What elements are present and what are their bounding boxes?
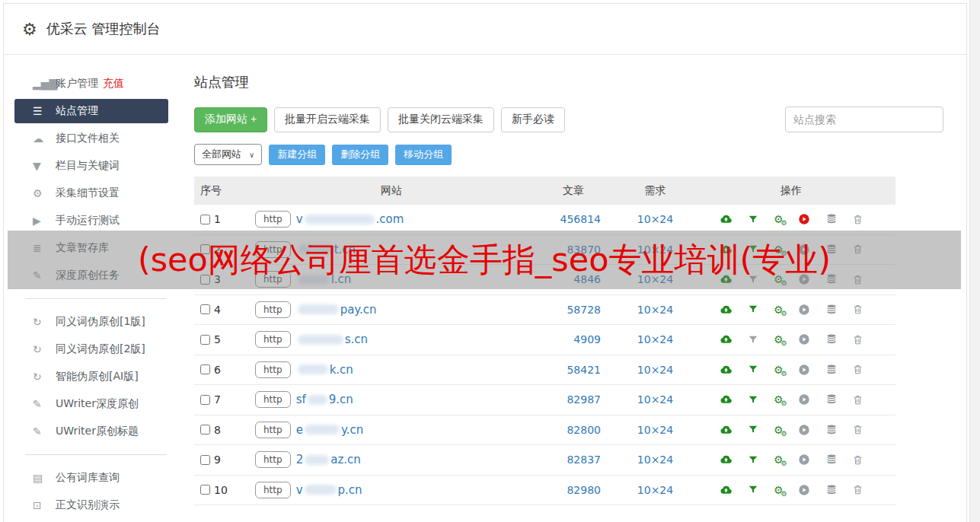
sidebar-item-keywords[interactable]: ▼栏目与关键词: [14, 152, 168, 180]
filter-icon[interactable]: [748, 334, 758, 345]
row-checkbox[interactable]: [200, 425, 210, 434]
row-checkbox[interactable]: [200, 364, 210, 374]
filter-icon[interactable]: [748, 454, 758, 466]
site-domain-link[interactable]: sf9.cn: [296, 393, 353, 406]
sidebar-item-manual-test[interactable]: ▶手动运行测试: [14, 207, 168, 234]
sidebar-item-sites[interactable]: ☰站点管理: [14, 99, 168, 123]
row-checkbox[interactable]: [200, 335, 210, 345]
database-icon[interactable]: [825, 393, 838, 406]
play-icon[interactable]: [798, 364, 810, 376]
play-icon[interactable]: [798, 304, 810, 316]
site-domain-link[interactable]: pay.cn: [296, 303, 377, 317]
row-checkbox[interactable]: [200, 455, 210, 465]
cloud-upload-icon[interactable]: [719, 393, 733, 406]
filter-icon[interactable]: [748, 243, 758, 255]
gears-icon[interactable]: ⚙⚙: [774, 394, 784, 405]
sidebar-item-thesaurus[interactable]: ▤公有词库查询: [14, 464, 168, 492]
site-domain-link[interactable]: t.cn: [296, 243, 356, 256]
database-icon[interactable]: [825, 304, 838, 316]
filter-icon[interactable]: [748, 364, 758, 375]
gears-icon[interactable]: ⚙⚙: [774, 214, 784, 224]
play-icon[interactable]: [798, 333, 810, 345]
add-site-button[interactable]: 添加网站 +: [194, 107, 267, 132]
site-domain-link[interactable]: k.cn: [296, 363, 353, 377]
gears-icon[interactable]: ⚙⚙: [774, 334, 784, 345]
sidebar-item-uwriter-deep[interactable]: ✎UWriter深度原创: [14, 390, 168, 418]
sidebar-item-deep-task[interactable]: ✎深度原创任务: [14, 262, 168, 289]
site-domain-link[interactable]: v.com: [296, 212, 404, 226]
play-icon[interactable]: [798, 454, 810, 466]
batch-open-button[interactable]: 批量开启云端采集: [274, 107, 381, 132]
gears-icon[interactable]: ⚙⚙: [774, 425, 784, 435]
row-checkbox[interactable]: [200, 275, 210, 285]
newbie-guide-button[interactable]: 新手必读: [501, 107, 565, 132]
database-icon[interactable]: [825, 213, 838, 225]
trash-icon[interactable]: [852, 303, 863, 316]
trash-icon[interactable]: [852, 333, 863, 346]
gears-icon[interactable]: ⚙⚙: [774, 274, 784, 285]
row-checkbox[interactable]: [200, 485, 210, 495]
filter-icon[interactable]: [748, 274, 758, 285]
cloud-upload-icon[interactable]: [719, 484, 733, 496]
trash-icon[interactable]: [852, 273, 863, 286]
database-icon[interactable]: [825, 364, 838, 376]
database-icon[interactable]: [825, 243, 838, 256]
new-group-button[interactable]: 新建分组: [269, 145, 325, 165]
database-icon[interactable]: [825, 454, 838, 466]
sidebar-item-account[interactable]: ▂▅▇账户管理充值: [14, 70, 168, 97]
trash-icon[interactable]: [852, 423, 863, 436]
sidebar-item-uwriter-title[interactable]: ✎UWriter原创标题: [14, 418, 168, 445]
cloud-upload-icon[interactable]: [719, 304, 733, 316]
cloud-upload-icon[interactable]: [719, 273, 733, 285]
trash-icon[interactable]: [852, 213, 863, 226]
database-icon[interactable]: [825, 484, 838, 496]
filter-icon[interactable]: [748, 424, 758, 435]
site-domain-link[interactable]: ey.cn: [296, 423, 364, 437]
move-group-button[interactable]: 移动分组: [395, 145, 452, 165]
sidebar-item-ai-rewrite[interactable]: ↻智能伪原创[AI版]: [14, 363, 168, 390]
trash-icon[interactable]: [852, 454, 863, 466]
cloud-upload-icon[interactable]: [719, 333, 733, 345]
site-domain-link[interactable]: l.cn: [296, 272, 352, 286]
site-domain-link[interactable]: vp.cn: [296, 483, 362, 497]
sidebar-item-storage[interactable]: ≣文章暂存库: [14, 234, 168, 262]
gears-icon[interactable]: ⚙⚙: [774, 364, 784, 375]
group-select[interactable]: 全部网站 ∨: [194, 144, 262, 165]
gears-icon[interactable]: ⚙⚙: [774, 244, 784, 255]
cloud-upload-icon[interactable]: [719, 424, 733, 436]
filter-icon[interactable]: [748, 484, 758, 495]
row-checkbox[interactable]: [200, 395, 210, 405]
play-icon[interactable]: [798, 243, 810, 256]
trash-icon[interactable]: [852, 363, 863, 376]
filter-icon[interactable]: [748, 214, 758, 225]
sidebar-item-collect[interactable]: ⚙采集细节设置: [14, 180, 168, 207]
gears-icon[interactable]: ⚙⚙: [774, 304, 784, 315]
play-icon[interactable]: [798, 424, 810, 436]
vertical-scrollbar[interactable]: [969, 0, 980, 522]
recharge-link[interactable]: 充值: [103, 77, 124, 91]
filter-icon[interactable]: [748, 394, 758, 406]
row-checkbox[interactable]: [200, 215, 210, 224]
play-icon[interactable]: [798, 393, 810, 406]
trash-icon[interactable]: [852, 483, 863, 496]
site-domain-link[interactable]: 2az.cn: [296, 453, 361, 466]
sidebar-item-text-demo[interactable]: ⊡正文识别演示: [14, 492, 168, 519]
database-icon[interactable]: [825, 424, 838, 436]
batch-close-button[interactable]: 批量关闭云端采集: [388, 107, 494, 132]
database-icon[interactable]: [825, 333, 838, 345]
site-domain-link[interactable]: s.cn: [296, 333, 368, 346]
database-icon[interactable]: [825, 273, 838, 285]
play-icon[interactable]: [798, 484, 810, 496]
trash-icon[interactable]: [852, 243, 863, 256]
gears-icon[interactable]: ⚙⚙: [774, 485, 784, 495]
cloud-upload-icon[interactable]: [719, 454, 733, 466]
sidebar-item-synonym-2[interactable]: ↻同义词伪原创[2版]: [14, 336, 168, 363]
filter-icon[interactable]: [748, 304, 758, 315]
sidebar-item-interface[interactable]: ☁接口文件相关: [14, 125, 168, 152]
cloud-upload-icon[interactable]: [719, 243, 733, 256]
play-icon[interactable]: [798, 273, 810, 285]
site-search-input[interactable]: [785, 107, 943, 132]
delete-group-button[interactable]: 删除分组: [332, 145, 388, 165]
row-checkbox[interactable]: [200, 244, 210, 254]
gears-icon[interactable]: ⚙⚙: [774, 454, 784, 465]
